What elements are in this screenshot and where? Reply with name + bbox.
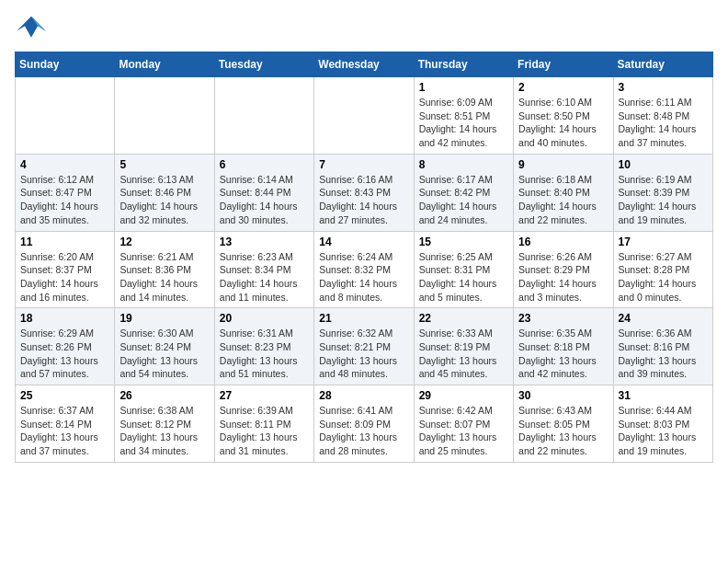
day-number: 12 [119, 236, 209, 248]
day-info: Sunrise: 6:38 AM Sunset: 8:12 PM Dayligh… [119, 404, 209, 458]
day-number: 19 [119, 312, 209, 325]
day-info: Sunrise: 6:12 AM Sunset: 8:47 PM Dayligh… [20, 173, 109, 227]
day-info: Sunrise: 6:33 AM Sunset: 8:19 PM Dayligh… [419, 327, 508, 381]
day-info: Sunrise: 6:20 AM Sunset: 8:37 PM Dayligh… [20, 250, 109, 304]
calendar-cell: 6Sunrise: 6:14 AM Sunset: 8:44 PM Daylig… [214, 154, 313, 231]
calendar-cell: 30Sunrise: 6:43 AM Sunset: 8:05 PM Dayli… [514, 385, 613, 463]
day-info: Sunrise: 6:19 AM Sunset: 8:39 PM Dayligh… [619, 173, 708, 227]
day-info: Sunrise: 6:37 AM Sunset: 8:14 PM Dayligh… [20, 404, 109, 458]
day-info: Sunrise: 6:14 AM Sunset: 8:44 PM Dayligh… [220, 173, 309, 227]
day-info: Sunrise: 6:09 AM Sunset: 8:51 PM Dayligh… [419, 96, 508, 150]
calendar-cell: 14Sunrise: 6:24 AM Sunset: 8:32 PM Dayli… [314, 231, 414, 308]
day-info: Sunrise: 6:11 AM Sunset: 8:48 PM Dayligh… [619, 96, 708, 150]
day-number: 4 [20, 158, 109, 171]
calendar-cell: 23Sunrise: 6:35 AM Sunset: 8:18 PM Dayli… [514, 308, 613, 385]
calendar-week-1: 4Sunrise: 6:12 AM Sunset: 8:47 PM Daylig… [16, 154, 713, 231]
day-number: 30 [518, 389, 608, 402]
calendar-cell: 29Sunrise: 6:42 AM Sunset: 8:07 PM Dayli… [414, 385, 513, 463]
calendar-cell: 15Sunrise: 6:25 AM Sunset: 8:31 PM Dayli… [414, 231, 513, 308]
day-info: Sunrise: 6:31 AM Sunset: 8:23 PM Dayligh… [220, 327, 309, 381]
day-number: 6 [220, 158, 309, 171]
day-header-saturday: Saturday [613, 52, 712, 77]
day-number: 25 [20, 389, 109, 402]
day-number: 15 [419, 236, 508, 248]
day-number: 29 [419, 389, 508, 402]
calendar-cell: 20Sunrise: 6:31 AM Sunset: 8:23 PM Dayli… [214, 308, 313, 385]
calendar-cell: 26Sunrise: 6:38 AM Sunset: 8:12 PM Dayli… [115, 385, 214, 463]
day-number: 10 [619, 158, 708, 171]
day-info: Sunrise: 6:39 AM Sunset: 8:11 PM Dayligh… [220, 404, 309, 458]
calendar-cell: 31Sunrise: 6:44 AM Sunset: 8:03 PM Dayli… [613, 385, 712, 463]
calendar-cell: 10Sunrise: 6:19 AM Sunset: 8:39 PM Dayli… [613, 154, 712, 231]
calendar-cell: 25Sunrise: 6:37 AM Sunset: 8:14 PM Dayli… [16, 385, 115, 463]
day-info: Sunrise: 6:17 AM Sunset: 8:42 PM Dayligh… [419, 173, 508, 227]
calendar-cell: 2Sunrise: 6:10 AM Sunset: 8:50 PM Daylig… [514, 77, 613, 155]
day-number: 1 [419, 81, 508, 94]
day-info: Sunrise: 6:30 AM Sunset: 8:24 PM Dayligh… [119, 327, 209, 381]
calendar-cell: 19Sunrise: 6:30 AM Sunset: 8:24 PM Dayli… [115, 308, 214, 385]
calendar-cell: 5Sunrise: 6:13 AM Sunset: 8:46 PM Daylig… [115, 154, 214, 231]
day-number: 3 [619, 81, 708, 94]
calendar-cell: 18Sunrise: 6:29 AM Sunset: 8:26 PM Dayli… [16, 308, 115, 385]
page-header [15, 15, 713, 42]
day-info: Sunrise: 6:35 AM Sunset: 8:18 PM Dayligh… [518, 327, 608, 381]
calendar-cell: 16Sunrise: 6:26 AM Sunset: 8:29 PM Dayli… [514, 231, 613, 308]
day-number: 7 [319, 158, 408, 171]
calendar-cell: 28Sunrise: 6:41 AM Sunset: 8:09 PM Dayli… [314, 385, 414, 463]
day-info: Sunrise: 6:10 AM Sunset: 8:50 PM Dayligh… [518, 96, 608, 150]
day-number: 2 [518, 81, 608, 94]
calendar-cell: 13Sunrise: 6:23 AM Sunset: 8:34 PM Dayli… [214, 231, 313, 308]
calendar-cell: 7Sunrise: 6:16 AM Sunset: 8:43 PM Daylig… [314, 154, 414, 231]
day-info: Sunrise: 6:18 AM Sunset: 8:40 PM Dayligh… [518, 173, 608, 227]
day-number: 13 [220, 236, 309, 248]
day-number: 26 [119, 389, 209, 402]
calendar-cell: 1Sunrise: 6:09 AM Sunset: 8:51 PM Daylig… [414, 77, 513, 155]
day-number: 21 [319, 312, 408, 325]
day-number: 24 [619, 312, 708, 325]
day-info: Sunrise: 6:32 AM Sunset: 8:21 PM Dayligh… [319, 327, 408, 381]
day-header-monday: Monday [115, 52, 214, 77]
calendar-week-3: 18Sunrise: 6:29 AM Sunset: 8:26 PM Dayli… [16, 308, 713, 385]
day-number: 5 [119, 158, 209, 171]
day-number: 31 [619, 389, 708, 402]
day-info: Sunrise: 6:25 AM Sunset: 8:31 PM Dayligh… [419, 250, 508, 304]
day-info: Sunrise: 6:41 AM Sunset: 8:09 PM Dayligh… [319, 404, 408, 458]
calendar-cell: 24Sunrise: 6:36 AM Sunset: 8:16 PM Dayli… [613, 308, 712, 385]
day-info: Sunrise: 6:24 AM Sunset: 8:32 PM Dayligh… [319, 250, 408, 304]
day-info: Sunrise: 6:42 AM Sunset: 8:07 PM Dayligh… [419, 404, 508, 458]
day-info: Sunrise: 6:16 AM Sunset: 8:43 PM Dayligh… [319, 173, 408, 227]
calendar-cell [16, 77, 115, 155]
calendar-cell: 21Sunrise: 6:32 AM Sunset: 8:21 PM Dayli… [314, 308, 414, 385]
logo [15, 15, 51, 42]
day-info: Sunrise: 6:43 AM Sunset: 8:05 PM Dayligh… [518, 404, 608, 458]
day-info: Sunrise: 6:21 AM Sunset: 8:36 PM Dayligh… [119, 250, 209, 304]
day-info: Sunrise: 6:27 AM Sunset: 8:28 PM Dayligh… [619, 250, 708, 304]
day-info: Sunrise: 6:44 AM Sunset: 8:03 PM Dayligh… [619, 404, 708, 458]
day-header-tuesday: Tuesday [214, 52, 313, 77]
day-number: 16 [518, 236, 608, 248]
day-info: Sunrise: 6:26 AM Sunset: 8:29 PM Dayligh… [518, 250, 608, 304]
calendar-cell: 22Sunrise: 6:33 AM Sunset: 8:19 PM Dayli… [414, 308, 513, 385]
day-header-wednesday: Wednesday [314, 52, 414, 77]
calendar-week-0: 1Sunrise: 6:09 AM Sunset: 8:51 PM Daylig… [16, 77, 713, 155]
day-number: 18 [20, 312, 109, 325]
calendar-week-2: 11Sunrise: 6:20 AM Sunset: 8:37 PM Dayli… [16, 231, 713, 308]
calendar-header-row: SundayMondayTuesdayWednesdayThursdayFrid… [16, 52, 713, 77]
day-number: 17 [619, 236, 708, 248]
day-number: 8 [419, 158, 508, 171]
day-number: 11 [20, 236, 109, 248]
calendar-cell: 9Sunrise: 6:18 AM Sunset: 8:40 PM Daylig… [514, 154, 613, 231]
day-info: Sunrise: 6:13 AM Sunset: 8:46 PM Dayligh… [119, 173, 209, 227]
calendar-cell: 27Sunrise: 6:39 AM Sunset: 8:11 PM Dayli… [214, 385, 313, 463]
calendar-cell: 4Sunrise: 6:12 AM Sunset: 8:47 PM Daylig… [16, 154, 115, 231]
day-number: 27 [220, 389, 309, 402]
calendar-cell: 8Sunrise: 6:17 AM Sunset: 8:42 PM Daylig… [414, 154, 513, 231]
calendar-cell [214, 77, 313, 155]
calendar-cell: 11Sunrise: 6:20 AM Sunset: 8:37 PM Dayli… [16, 231, 115, 308]
day-number: 20 [220, 312, 309, 325]
calendar-week-4: 25Sunrise: 6:37 AM Sunset: 8:14 PM Dayli… [16, 385, 713, 463]
day-number: 23 [518, 312, 608, 325]
day-number: 28 [319, 389, 408, 402]
day-header-sunday: Sunday [16, 52, 115, 77]
day-header-friday: Friday [514, 52, 613, 77]
